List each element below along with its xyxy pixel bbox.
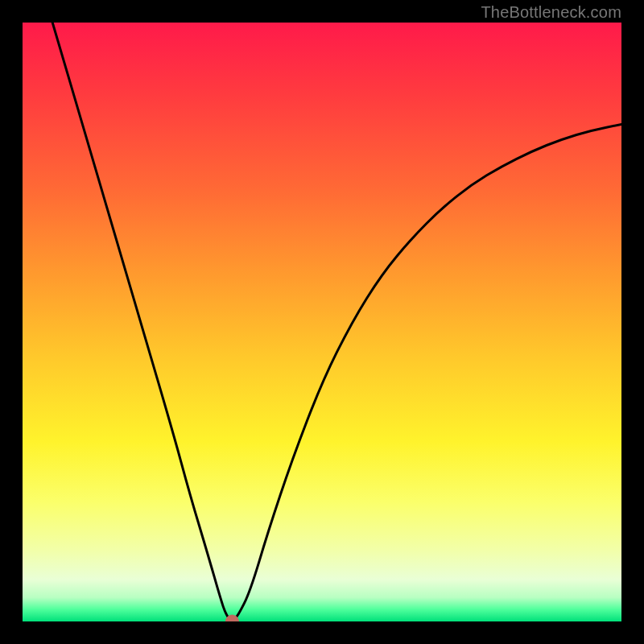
plot-area <box>23 23 621 621</box>
watermark-text: TheBottleneck.com <box>481 3 621 22</box>
bottleneck-curve <box>52 23 621 620</box>
chart-frame: TheBottleneck.com <box>0 0 644 644</box>
bottleneck-curve-svg <box>23 23 621 621</box>
